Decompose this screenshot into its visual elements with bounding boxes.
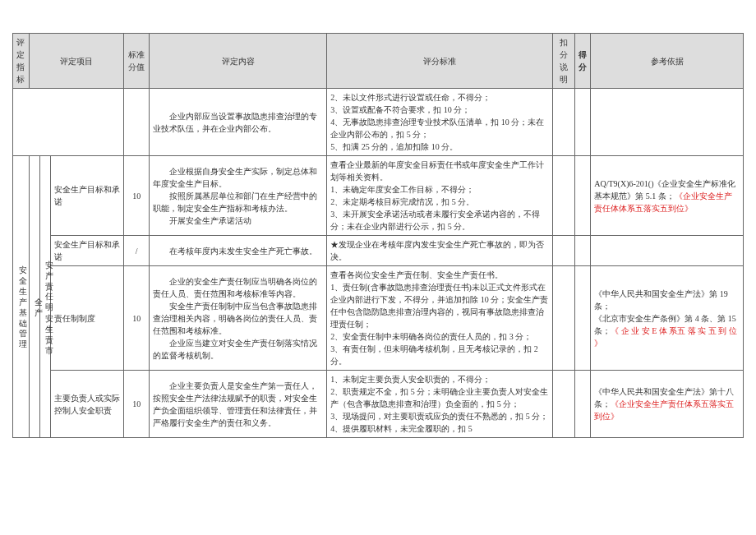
cell-stdscore: 10: [124, 371, 150, 438]
col-score-std: 标准 分值: [124, 34, 150, 89]
col-deduct: 扣分 说明: [553, 34, 574, 89]
cell-reference: 《中华人民共和国安全生产法》第十八条；《企业安全生产责任体系五落实五到位》: [591, 371, 744, 438]
cell-content: 企业内部应当设置事故隐患排查治理的专业技术队伍，并在企业内部公布。: [149, 89, 326, 156]
cell-level2a: 全 产: [29, 156, 39, 438]
table-row: 安全生产目标和承诺 / 在考核年度内未发生安全生产死亡事故。 ★发现企业在考核年…: [13, 236, 744, 266]
table-row: 安 全 生 产 基 础 管 理 全 产 安 产 责 任 明 安 生 责 市 安全…: [13, 156, 744, 236]
cell-level1: 安 全 生 产 基 础 管 理: [13, 156, 30, 438]
cell-content: 企业的安全生产责任制应当明确各岗位的责任人员、责任范围和考核标准等内容。 安全生…: [149, 266, 326, 371]
cell-content: 企业根据自身安全生产实际，制定总体和年度安全生产目标。 按照所属基层单位和部门在…: [149, 156, 326, 236]
table-row: 责任制制度 10 企业的安全生产责任制应当明确各岗位的责任人员、责任范围和考核标…: [13, 266, 744, 371]
table-row: 主要负责人或实际控制人安全职责 10 企业主要负责人是安全生产第一责任人，按照安…: [13, 371, 744, 438]
cell-reference: AQ/T9(X)6-201()《企业安全生产标准化基本规范》第 5.1 条；《企…: [591, 156, 744, 236]
cell-project: 安全生产目标和承诺: [50, 236, 124, 266]
col-content: 评定内容: [149, 34, 326, 89]
cell-stdscore: 10: [124, 266, 150, 371]
cell-project: 主要负责人或实际控制人安全职责: [50, 371, 124, 438]
cell-stdscore: /: [124, 236, 150, 266]
evaluation-table: 评 定 指标 评定项目 标准 分值 评定内容 评分标准 扣分 说明 得分 参考依…: [12, 33, 744, 438]
cell-project: 安全生产目标和承诺: [50, 156, 124, 236]
cell-standard: 1、未制定主要负责人安全职责的，不得分； 2、职责规定不全，扣 5 分；未明确企…: [327, 371, 553, 438]
cell-project: 责任制制度: [50, 266, 124, 371]
header-row: 评 定 指标 评定项目 标准 分值 评定内容 评分标准 扣分 说明 得分 参考依…: [13, 34, 744, 89]
cell-reference: 《中华人民共和国安全生产法》第 19 条； 《北京市安全生产条例》第 4 条、第…: [591, 266, 744, 371]
table-row: 企业内部应当设置事故隐患排查治理的专业技术队伍，并在企业内部公布。 2、未以文件…: [13, 89, 744, 156]
col-standard: 评分标准: [327, 34, 553, 89]
col-project: 评定项目: [29, 34, 124, 89]
cell-standard: ★发现企业在考核年度内发生安全生产死亡事故的，即为否决。: [327, 236, 553, 266]
cell-standard: 2、未以文件形式进行设置或任命，不得分； 3、设置或配备不符合要求，扣 10 分…: [327, 89, 553, 156]
cell-content: 企业主要负责人是安全生产第一责任人，按照安全生产法律法规赋予的职责，对安全生产负…: [149, 371, 326, 438]
col-score: 得分: [574, 34, 591, 89]
cell-standard: 查看企业最新的年度安全目标责任书或年度安全生产工作计划等相关资料。 1、未确定年…: [327, 156, 553, 236]
cell-content: 在考核年度内未发生安全生产死亡事故。: [149, 236, 326, 266]
col-reference: 参考依据: [591, 34, 744, 89]
col-indicator: 评 定 指标: [13, 34, 30, 89]
cell-standard: 查看各岗位安全生产责任制、安全生产责任书。 1、责任制(含事故隐患排查治理责任书…: [327, 266, 553, 371]
cell-stdscore: 10: [124, 156, 150, 236]
